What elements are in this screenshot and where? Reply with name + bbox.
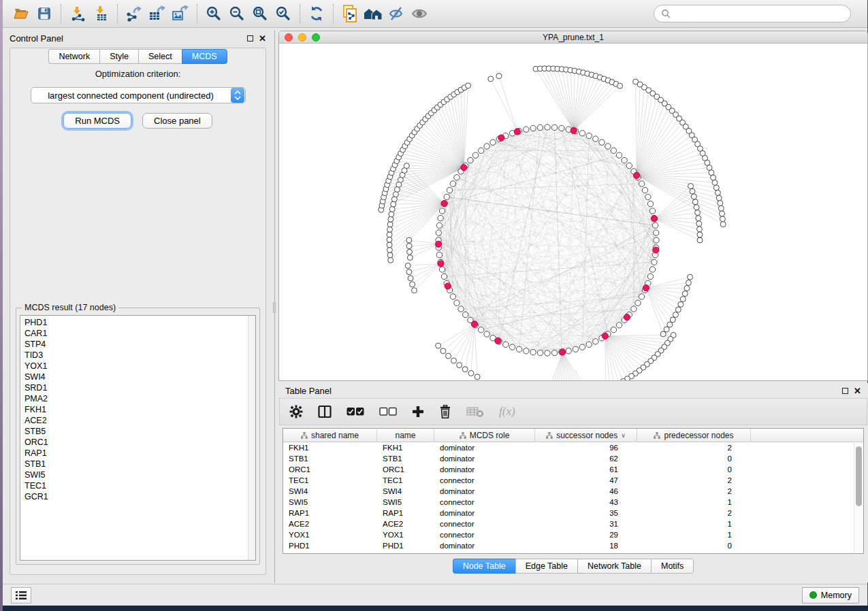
network-node[interactable] (454, 300, 460, 306)
network-node[interactable] (388, 216, 393, 222)
network-node[interactable] (524, 348, 529, 354)
list-item[interactable]: TID3 (20, 350, 248, 361)
network-node[interactable] (451, 358, 457, 363)
network-node[interactable] (631, 306, 637, 312)
network-node[interactable] (688, 274, 693, 280)
table-row[interactable]: FKH1FKH1dominator962 (283, 442, 863, 453)
network-node[interactable] (496, 73, 502, 79)
network-node[interactable] (545, 125, 550, 130)
network-node[interactable] (682, 291, 688, 297)
column-header-name[interactable]: name (377, 429, 434, 442)
column-header-predecessor-nodes[interactable]: predecessor nodes (637, 429, 751, 442)
table-row[interactable]: STB1STB1dominator620 (283, 453, 863, 464)
import-table-icon[interactable] (89, 3, 112, 24)
search-field[interactable] (654, 5, 851, 22)
network-node[interactable] (387, 247, 392, 252)
list-item[interactable]: SWI5 (20, 469, 248, 480)
network-canvas[interactable] (279, 44, 867, 381)
network-node[interactable] (712, 180, 718, 185)
memory-button[interactable]: Memory (802, 587, 859, 604)
column-header-MCDS-role[interactable]: MCDS role (434, 429, 535, 442)
network-node[interactable] (545, 350, 550, 356)
network-node[interactable] (488, 76, 494, 82)
network-node[interactable] (664, 327, 669, 332)
network-node[interactable] (616, 152, 622, 158)
table-row[interactable]: TEC1TEC1connector472 (283, 475, 863, 486)
network-document-share-icon[interactable] (338, 3, 361, 24)
close-panel-icon[interactable]: ✕ (259, 34, 266, 43)
network-node[interactable] (652, 259, 657, 265)
network-node[interactable] (695, 210, 701, 216)
zoom-in-icon[interactable] (202, 3, 225, 24)
list-item[interactable]: PMA2 (20, 393, 248, 404)
network-node[interactable] (586, 133, 592, 138)
network-node[interactable] (404, 163, 409, 169)
network-node[interactable] (388, 257, 393, 263)
network-node[interactable] (639, 294, 644, 299)
zoom-out-icon[interactable] (225, 3, 248, 24)
network-node[interactable] (406, 244, 412, 249)
network-node[interactable] (490, 139, 496, 145)
network-node[interactable] (450, 294, 455, 299)
network-node[interactable] (720, 216, 725, 222)
network-node[interactable] (405, 263, 411, 269)
network-node[interactable] (412, 288, 417, 293)
run-mcds-button[interactable]: Run MCDS (63, 113, 131, 129)
refresh-icon[interactable] (305, 3, 328, 24)
table-row[interactable]: ORC1ORC1dominator610 (283, 464, 863, 475)
network-node[interactable] (410, 282, 415, 287)
mcds-hub-node[interactable] (438, 261, 444, 267)
network-node[interactable] (537, 350, 543, 355)
mcds-hub-node[interactable] (652, 216, 658, 222)
tab-network-table[interactable]: Network Table (577, 559, 651, 574)
list-item[interactable]: STB5 (20, 426, 248, 437)
network-node[interactable] (387, 222, 393, 227)
network-node[interactable] (667, 322, 673, 327)
network-node[interactable] (696, 216, 701, 221)
search-input[interactable] (671, 9, 843, 18)
table-row[interactable]: SWI4SWI4dominator462 (283, 486, 863, 497)
network-node[interactable] (670, 317, 675, 323)
table-row[interactable]: ACE2ACE2connector311 (283, 518, 863, 529)
network-node[interactable] (478, 327, 483, 333)
column-header-successor-nodes[interactable]: successor nodes∨ (535, 429, 637, 442)
create-column-icon[interactable] (412, 406, 424, 418)
network-node[interactable] (620, 378, 626, 381)
zoom-selected-icon[interactable] (272, 3, 295, 24)
network-node[interactable] (436, 252, 442, 258)
network-node[interactable] (697, 232, 703, 237)
network-node[interactable] (389, 212, 394, 217)
network-node[interactable] (605, 144, 611, 149)
network-node[interactable] (436, 230, 441, 235)
tab-node-table[interactable]: Node Table (453, 559, 515, 574)
network-node[interactable] (446, 353, 451, 359)
network-node[interactable] (593, 339, 598, 344)
import-network-icon[interactable] (66, 3, 89, 24)
network-node[interactable] (649, 267, 655, 272)
network-node[interactable] (472, 152, 478, 158)
network-node[interactable] (387, 227, 393, 232)
task-history-button[interactable] (11, 587, 31, 604)
network-node[interactable] (692, 199, 698, 205)
network-node[interactable] (463, 312, 468, 317)
export-image-icon[interactable] (169, 3, 192, 24)
network-node[interactable] (678, 301, 684, 307)
network-node[interactable] (559, 125, 564, 131)
network-node[interactable] (530, 349, 536, 354)
network-node[interactable] (691, 194, 696, 199)
network-node[interactable] (720, 222, 726, 227)
mcds-hub-node[interactable] (560, 349, 566, 355)
network-node[interactable] (441, 274, 447, 279)
network-node[interactable] (444, 194, 449, 199)
mcds-hub-node[interactable] (461, 165, 467, 171)
export-network-icon[interactable] (123, 3, 146, 24)
network-node[interactable] (447, 187, 452, 193)
network-node[interactable] (406, 237, 412, 243)
network-node[interactable] (387, 232, 392, 237)
network-node[interactable] (697, 227, 703, 232)
mcds-hub-node[interactable] (643, 285, 649, 291)
network-node[interactable] (690, 188, 695, 194)
network-node[interactable] (524, 127, 529, 132)
mcds-hub-node[interactable] (570, 127, 577, 133)
network-node[interactable] (387, 242, 392, 248)
